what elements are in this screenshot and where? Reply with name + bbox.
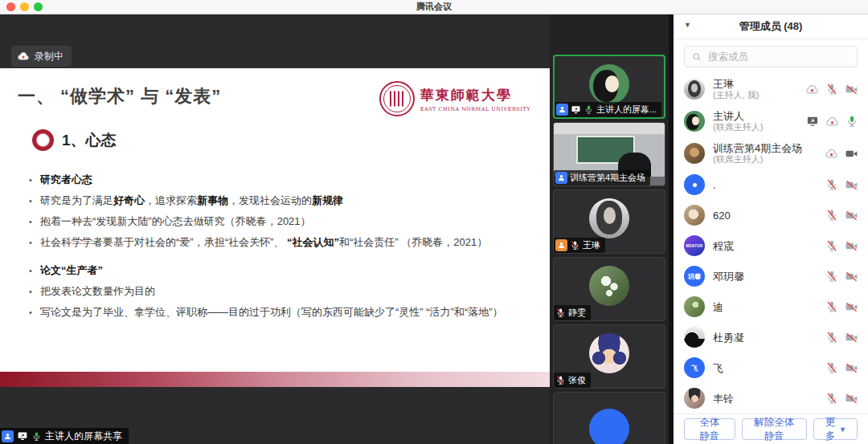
ecnu-seal-icon	[379, 81, 415, 116]
members-panel-title: 管理成员 (48)	[674, 14, 868, 39]
mic-off-icon[interactable]	[825, 83, 838, 96]
avatar: 玥馨	[684, 266, 705, 287]
video-tile[interactable]: 王琳	[553, 189, 665, 254]
bullet-dot-icon: •	[29, 190, 40, 211]
search-input[interactable]	[706, 51, 850, 63]
mic-on-icon	[583, 104, 594, 115]
mic-off-icon[interactable]	[825, 270, 838, 283]
mic-off-icon[interactable]	[825, 300, 838, 313]
recording-badge[interactable]: 录制中	[11, 46, 72, 67]
avatar	[684, 296, 705, 317]
mic-off-icon[interactable]	[825, 331, 838, 344]
section-label: 1、心态	[62, 130, 117, 151]
member-row[interactable]: 飞飞	[674, 352, 868, 383]
more-button[interactable]: 更多 ▼	[813, 418, 858, 440]
member-row[interactable]: 主讲人(联席主持人)	[674, 105, 868, 137]
member-row[interactable]: .	[674, 169, 868, 200]
slide-bullet: •写论文是为了毕业、拿学位、评职称——目的过于功利（写的东西可能缺少了“灵性” …	[29, 302, 526, 323]
recording-label: 录制中	[35, 50, 63, 63]
ring-bullet-icon	[32, 129, 54, 151]
mic-off-white-icon	[555, 375, 566, 385]
cloud-rec-icon[interactable]	[825, 115, 839, 128]
member-badge-icon	[2, 430, 14, 442]
member-name: 飞	[713, 362, 825, 374]
collapse-toggle-icon[interactable]: ▼	[684, 21, 691, 29]
member-search[interactable]	[684, 46, 858, 67]
tencent-meeting-window: 腾讯会议 录制中 一、 “做学术” 与 “发表” 華東師範大學 EAST CHI…	[0, 0, 868, 444]
member-row[interactable]: 训练营第4期主会场(联席主持人)	[674, 137, 868, 169]
mic-off-icon[interactable]	[825, 209, 838, 222]
member-row[interactable]: 王琳(主持人, 我)	[674, 73, 868, 105]
video-tile[interactable]: 训练营第4期主会场	[553, 122, 665, 186]
member-badge-icon	[555, 172, 567, 184]
member-name: 迪	[713, 301, 825, 313]
slide-bullet: •抱着一种去“发现新大陆”的心态去做研究（乔晓春，2021）	[29, 211, 526, 232]
video-tile[interactable]: 静雯	[553, 257, 665, 321]
screen-dark-icon[interactable]	[806, 115, 819, 128]
tile-name-label: 训练营第4期主会场	[570, 172, 645, 184]
cam-off-icon[interactable]	[845, 331, 858, 344]
members-panel: ▼ 管理成员 (48) 王琳(主持人, 我)主讲人(联席主持人)训练营第4期主会…	[674, 14, 868, 444]
tile-name-label: 主讲人的屏幕...	[596, 104, 657, 116]
avatar	[589, 266, 629, 306]
video-tile[interactable]: 主讲人的屏幕...	[553, 55, 665, 119]
cloud-rec-icon[interactable]	[825, 147, 838, 161]
cam-off-icon[interactable]	[845, 392, 858, 405]
slide-section-heading: 1、心态	[32, 129, 117, 151]
avatar	[684, 205, 705, 226]
member-name: 丰铃	[713, 393, 825, 405]
cam-off-icon[interactable]	[845, 83, 858, 96]
member-row[interactable]: 620	[674, 200, 868, 230]
cloud-rec-icon[interactable]	[805, 83, 819, 96]
mic-off-icon[interactable]	[825, 361, 838, 374]
avatar	[589, 64, 629, 104]
share-source-label: 主讲人的屏幕共享	[0, 428, 129, 444]
mic-off-white-icon	[570, 240, 580, 251]
cam-off-icon[interactable]	[845, 239, 858, 253]
ecnu-name-cn: 華東師範大學	[420, 86, 530, 104]
member-row[interactable]: 迪	[674, 291, 868, 322]
video-tile[interactable]	[553, 392, 665, 444]
ecnu-name-en: EAST CHINA NORMAL UNIVERSITY	[420, 106, 530, 112]
member-list: 王琳(主持人, 我)主讲人(联席主持人)训练营第4期主会场(联席主持人).620…	[674, 73, 868, 413]
avatar	[684, 79, 705, 100]
member-role: (联席主持人)	[713, 154, 825, 165]
mic-off-icon[interactable]	[825, 178, 838, 191]
cam-off-icon[interactable]	[845, 300, 858, 314]
video-tile[interactable]: 张俊	[553, 324, 665, 389]
cloud-recording-icon	[17, 50, 30, 63]
cam-off-icon[interactable]	[845, 178, 858, 192]
mic-off-icon[interactable]	[825, 239, 838, 252]
cam-off-icon[interactable]	[845, 361, 858, 375]
tile-label: 主讲人的屏幕...	[555, 102, 661, 117]
member-row[interactable]: 丰铃	[674, 383, 868, 413]
tile-label: 训练营第4期主会场	[554, 170, 650, 185]
unmute-all-button[interactable]: 解除全体静音	[742, 418, 807, 440]
bullet-dot-icon: •	[29, 232, 40, 253]
member-row[interactable]: MENTOR程宬	[674, 230, 868, 261]
cam-off-icon[interactable]	[845, 270, 858, 283]
tile-name-label: 张俊	[568, 374, 586, 386]
cam-off-icon[interactable]	[845, 209, 858, 222]
mic-on-icon[interactable]	[845, 115, 858, 128]
member-row[interactable]: 玥馨邓玥馨	[674, 261, 868, 291]
avatar	[684, 327, 705, 348]
tile-label: 张俊	[554, 373, 591, 388]
avatar	[589, 198, 629, 238]
slide-bottom-gradient	[0, 372, 550, 387]
mic-off-icon[interactable]	[825, 392, 838, 405]
member-name: 程宬	[713, 240, 825, 252]
screen-white-icon	[571, 104, 581, 115]
tile-name-label: 王琳	[583, 239, 600, 251]
tile-label: 王琳	[554, 238, 605, 253]
cam-on-icon[interactable]	[845, 147, 858, 161]
bullet-group: •论文“生产者”•把发表论文数量作为目的•写论文是为了毕业、拿学位、评职称——目…	[29, 260, 526, 323]
bullet-dot-icon: •	[29, 260, 40, 281]
mute-all-button[interactable]: 全体静音	[684, 418, 735, 440]
tile-label: 静雯	[554, 305, 591, 320]
member-row[interactable]: 杜勇凝	[674, 322, 868, 352]
member-name: 620	[713, 210, 825, 222]
shared-slide: 一、 “做学术” 与 “发表” 華東師範大學 EAST CHINA NORMAL…	[0, 68, 550, 387]
screen-share-area: 录制中 一、 “做学术” 与 “发表” 華東師範大學 EAST CHINA NO…	[0, 14, 550, 444]
avatar	[589, 409, 629, 444]
